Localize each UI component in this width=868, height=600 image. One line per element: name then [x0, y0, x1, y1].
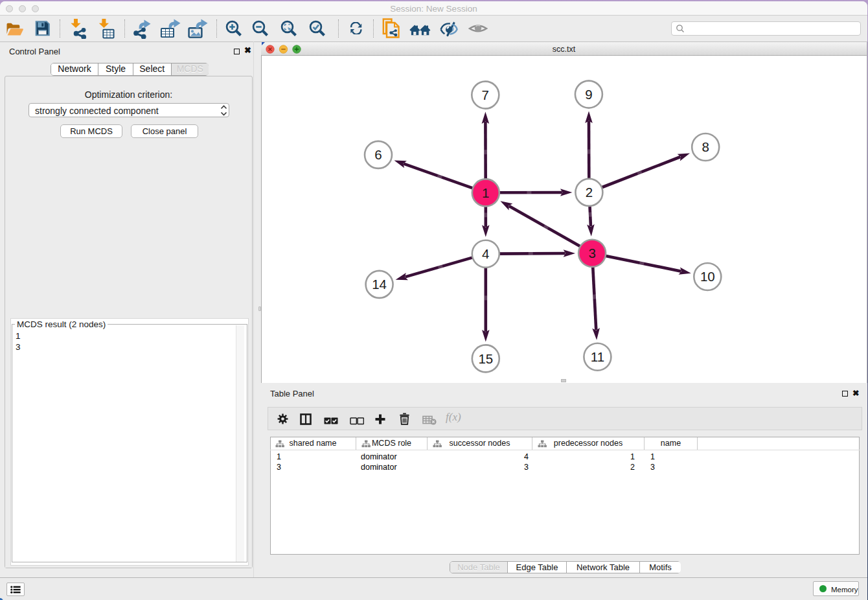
svg-text:10: 10 — [700, 269, 715, 284]
svg-text:4: 4 — [482, 246, 489, 261]
svg-text:15: 15 — [478, 351, 493, 366]
svg-text:7: 7 — [482, 87, 489, 102]
svg-text:14: 14 — [372, 277, 387, 292]
svg-text:1: 1 — [482, 185, 489, 200]
svg-text:6: 6 — [374, 147, 382, 162]
svg-text:9: 9 — [585, 87, 592, 102]
svg-text:3: 3 — [588, 246, 595, 260]
svg-text:8: 8 — [702, 139, 709, 154]
svg-text:11: 11 — [591, 349, 604, 364]
svg-text:2: 2 — [586, 185, 593, 200]
